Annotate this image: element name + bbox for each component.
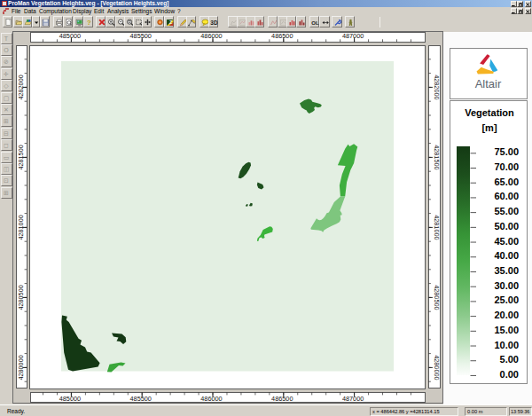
svg-text:4281500: 4281500 [433, 145, 441, 169]
svg-text:4281000: 4281000 [17, 215, 25, 239]
svg-text:485500: 485500 [130, 395, 152, 403]
svg-text:486000: 486000 [200, 32, 222, 40]
svg-text:486000: 486000 [200, 395, 222, 403]
svg-text:4281000: 4281000 [433, 215, 441, 239]
svg-text:485000: 485000 [59, 32, 81, 40]
svg-text:4280000: 4280000 [433, 355, 441, 380]
svg-text:4280500: 4280500 [433, 285, 441, 310]
svg-text:485500: 485500 [130, 32, 152, 40]
svg-text:487000: 487000 [342, 395, 364, 403]
svg-text:4282000: 4282000 [433, 75, 441, 99]
svg-text:486500: 486500 [271, 32, 293, 40]
svg-text:4281500: 4281500 [17, 145, 25, 169]
svg-text:486500: 486500 [271, 395, 293, 403]
svg-text:4282000: 4282000 [17, 75, 25, 99]
svg-text:4280500: 4280500 [17, 285, 25, 310]
svg-text:Altair: Altair [475, 77, 502, 90]
svg-text:4280000: 4280000 [17, 355, 25, 380]
svg-text:485000: 485000 [59, 395, 81, 403]
svg-text:487000: 487000 [342, 32, 364, 40]
